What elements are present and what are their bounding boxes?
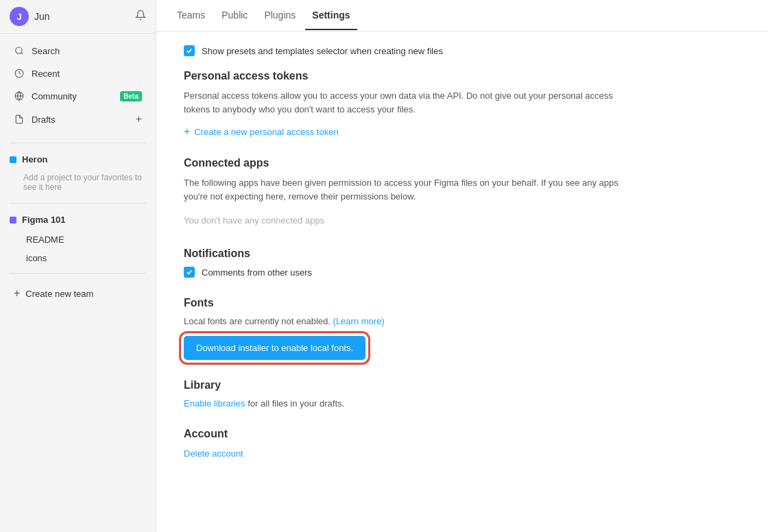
drafts-add-icon[interactable]: +: [136, 113, 142, 125]
sidebar-nav: Search Recent Community Beta: [0, 34, 156, 137]
library-section: Library Enable libraries for all files i…: [184, 379, 741, 409]
pat-description: Personal access tokens allow you to acce…: [184, 89, 623, 116]
connected-apps-empty: You don't have any connected apps: [184, 213, 741, 228]
library-text-row: Enable libraries for all files in your d…: [184, 398, 741, 409]
file-icon: [14, 114, 25, 125]
recent-label: Recent: [32, 69, 142, 79]
fonts-title: Fonts: [184, 297, 741, 309]
divider-1: [10, 143, 146, 143]
avatar: J: [10, 7, 29, 26]
personal-access-tokens-section: Personal access tokens Personal access t…: [184, 70, 741, 138]
drafts-label: Drafts: [32, 114, 129, 125]
team-heron-name: Heron: [22, 154, 48, 165]
notifications-label: Comments from other users: [202, 267, 312, 278]
clock-icon: [14, 68, 25, 79]
team-figma101-header[interactable]: Figma 101: [0, 209, 156, 230]
library-title: Library: [184, 379, 741, 391]
notifications-checkbox-row: Comments from other users: [184, 267, 741, 278]
account-title: Account: [184, 428, 741, 440]
connected-apps-title: Connected apps: [184, 157, 741, 169]
search-icon: [14, 45, 25, 56]
presets-section: Show presets and templates selector when…: [184, 45, 741, 56]
sidebar-item-recent[interactable]: Recent: [4, 62, 152, 84]
user-name: Jun: [34, 11, 50, 22]
tab-settings[interactable]: Settings: [305, 1, 357, 30]
beta-badge: Beta: [120, 91, 142, 101]
team-heron-header[interactable]: Heron: [0, 149, 156, 170]
create-token-label: Create a new personal access token: [194, 127, 338, 137]
notifications-checkbox[interactable]: [184, 267, 195, 278]
fonts-description-text: Local fonts are currently not enabled.: [184, 316, 331, 326]
learn-more-link[interactable]: (Learn more): [333, 316, 385, 326]
sidebar-item-search[interactable]: Search: [4, 40, 152, 62]
search-label: Search: [32, 46, 142, 56]
divider-3: [10, 273, 146, 274]
create-team-button[interactable]: + Create new team: [4, 282, 152, 305]
create-token-link[interactable]: + Create a new personal access token: [184, 125, 741, 138]
plus-circle-icon: +: [184, 125, 190, 138]
figma101-icons[interactable]: icons: [0, 249, 156, 267]
user-info[interactable]: J Jun: [10, 7, 50, 26]
svg-point-0: [16, 47, 22, 53]
connected-apps-description: The following apps have been given permi…: [184, 176, 623, 203]
library-suffix: for all files in your drafts.: [248, 398, 344, 409]
tab-public[interactable]: Public: [215, 1, 254, 30]
create-team-label: Create new team: [25, 289, 93, 299]
settings-content: Show presets and templates selector when…: [156, 32, 768, 532]
presets-checkbox[interactable]: [184, 45, 195, 56]
svg-line-1: [21, 53, 23, 55]
sidebar: J Jun Search Recent: [0, 0, 156, 532]
tab-teams[interactable]: Teams: [170, 1, 212, 30]
presets-label: Show presets and templates selector when…: [202, 46, 443, 56]
sidebar-item-community[interactable]: Community Beta: [4, 85, 152, 107]
sidebar-item-drafts[interactable]: Drafts +: [4, 108, 152, 131]
bell-icon[interactable]: [135, 10, 146, 23]
main-content: Teams Public Plugins Settings Show prese…: [156, 0, 768, 532]
fonts-description-row: Local fonts are currently not enabled. (…: [184, 316, 741, 326]
team-heron-color: [10, 156, 16, 163]
notifications-section: Notifications Comments from other users: [184, 247, 741, 278]
pat-title: Personal access tokens: [184, 70, 741, 82]
globe-icon: [14, 90, 25, 101]
community-label: Community: [32, 91, 113, 101]
sidebar-header: J Jun: [0, 0, 156, 34]
top-nav: Teams Public Plugins Settings: [156, 0, 768, 32]
enable-libraries-link[interactable]: Enable libraries: [184, 398, 245, 409]
tab-plugins[interactable]: Plugins: [257, 1, 302, 30]
divider-2: [10, 203, 146, 204]
fonts-section: Fonts Local fonts are currently not enab…: [184, 297, 741, 360]
notifications-title: Notifications: [184, 247, 741, 260]
account-section: Account Delete account: [184, 428, 741, 459]
delete-account-link[interactable]: Delete account: [184, 448, 243, 459]
heron-favorites-empty: Add a project to your favorites to see i…: [0, 170, 156, 197]
team-figma101-color: [10, 217, 16, 223]
figma101-readme[interactable]: README: [0, 230, 156, 249]
team-figma101-name: Figma 101: [22, 215, 66, 225]
connected-apps-section: Connected apps The following apps have b…: [184, 157, 741, 228]
plus-icon: +: [14, 287, 20, 300]
download-fonts-button[interactable]: Download installer to enable local fonts…: [184, 336, 365, 360]
